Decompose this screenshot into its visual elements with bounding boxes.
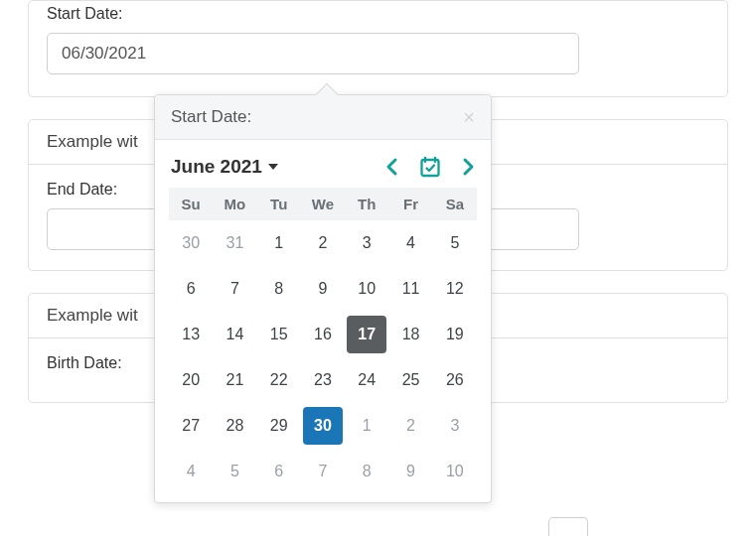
calendar-day[interactable]: 25 xyxy=(388,357,432,403)
calendar-day[interactable]: 4 xyxy=(388,220,432,266)
calendar-day[interactable]: 6 xyxy=(257,449,301,494)
calendar-day[interactable]: 1 xyxy=(257,220,301,266)
calendar-row: 45678910 xyxy=(169,449,477,494)
calendar-day[interactable]: 31 xyxy=(213,220,256,266)
calendar-row: 20212223242526 xyxy=(169,357,477,403)
calendar-day[interactable]: 28 xyxy=(213,403,256,449)
calendar-day[interactable]: 1 xyxy=(345,403,388,449)
datepicker-popover: Start Date: × June 2021 xyxy=(154,94,492,503)
calendar-day[interactable]: 8 xyxy=(345,449,388,494)
calendar-day[interactable]: 3 xyxy=(433,403,477,449)
calendar-day[interactable]: 30 xyxy=(301,403,345,449)
next-month-button[interactable] xyxy=(461,157,475,177)
calendar-day[interactable]: 12 xyxy=(433,266,477,312)
calendar-day[interactable]: 14 xyxy=(213,312,256,357)
calendar-row: 303112345 xyxy=(169,220,477,266)
weekday-header: We xyxy=(301,188,345,220)
chevron-right-icon xyxy=(461,157,475,177)
calendar-day[interactable]: 23 xyxy=(301,357,345,403)
calendar-day[interactable]: 5 xyxy=(213,449,256,494)
start-date-input[interactable] xyxy=(47,33,579,74)
calendar-day[interactable]: 9 xyxy=(388,449,432,494)
card-start-date: Start Date: xyxy=(28,0,728,97)
calendar-check-icon xyxy=(419,156,441,178)
calendar-day[interactable]: 24 xyxy=(345,357,388,403)
calendar-day[interactable]: 19 xyxy=(433,312,477,357)
calendar-day[interactable]: 22 xyxy=(257,357,301,403)
calendar-day[interactable]: 11 xyxy=(388,266,432,312)
calendar-day[interactable]: 7 xyxy=(301,449,345,494)
calendar-day[interactable]: 6 xyxy=(169,266,213,312)
calendar-row: 6789101112 xyxy=(169,266,477,312)
calendar-day[interactable]: 27 xyxy=(169,403,213,449)
month-year-label: June 2021 xyxy=(171,156,262,178)
weekday-header: Su xyxy=(169,188,213,220)
calendar-day[interactable]: 15 xyxy=(257,312,301,357)
chevron-down-icon xyxy=(268,164,278,170)
start-date-label: Start Date: xyxy=(47,5,709,23)
calendar-day[interactable]: 2 xyxy=(388,403,432,449)
calendar-day[interactable]: 26 xyxy=(433,357,477,403)
close-icon[interactable]: × xyxy=(463,107,475,127)
calendar-day[interactable]: 3 xyxy=(345,220,388,266)
calendar-day[interactable]: 18 xyxy=(388,312,432,357)
datepicker-title: Start Date: xyxy=(171,107,251,127)
weekday-header: Tu xyxy=(257,188,301,220)
today-button[interactable] xyxy=(419,156,441,178)
calendar-day[interactable]: 20 xyxy=(169,357,213,403)
weekday-row: Su Mo Tu We Th Fr Sa xyxy=(169,188,477,220)
calendar-day[interactable]: 17 xyxy=(345,312,388,357)
calendar-row: 27282930123 xyxy=(169,403,477,449)
calendar-day[interactable]: 21 xyxy=(213,357,256,403)
chevron-left-icon xyxy=(385,157,399,177)
prev-month-button[interactable] xyxy=(385,157,399,177)
calendar-day[interactable]: 2 xyxy=(301,220,345,266)
calendar-day[interactable]: 5 xyxy=(433,220,477,266)
calendar-day[interactable]: 30 xyxy=(169,220,213,266)
calendar-day[interactable]: 8 xyxy=(257,266,301,312)
weekday-header: Mo xyxy=(213,188,256,220)
calendar-day[interactable]: 16 xyxy=(301,312,345,357)
month-year-selector[interactable]: June 2021 xyxy=(171,156,278,178)
weekday-header: Fr xyxy=(388,188,432,220)
calendar-grid: Su Mo Tu We Th Fr Sa 3031123456789101112… xyxy=(169,188,477,494)
partial-input[interactable] xyxy=(548,517,588,536)
calendar-row: 13141516171819 xyxy=(169,312,477,357)
weekday-header: Th xyxy=(345,188,388,220)
calendar-day[interactable]: 29 xyxy=(257,403,301,449)
calendar-day[interactable]: 7 xyxy=(213,266,256,312)
calendar-day[interactable]: 10 xyxy=(345,266,388,312)
calendar-day[interactable]: 9 xyxy=(301,266,345,312)
calendar-day[interactable]: 13 xyxy=(169,312,213,357)
calendar-day[interactable]: 10 xyxy=(433,449,477,494)
calendar-day[interactable]: 4 xyxy=(169,449,213,494)
weekday-header: Sa xyxy=(433,188,477,220)
